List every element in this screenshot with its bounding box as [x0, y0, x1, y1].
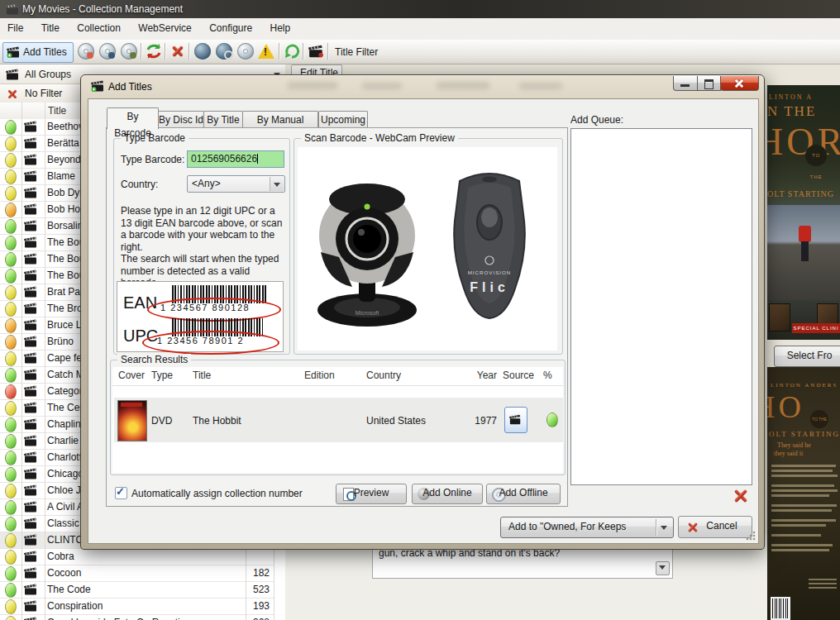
screen: Edit Title clinicians could break a hors…	[0, 0, 840, 620]
title-tools-button[interactable]	[307, 42, 327, 61]
col-year[interactable]: Year	[460, 370, 497, 381]
col-country[interactable]: Country	[366, 370, 401, 381]
warning-icon	[258, 44, 274, 59]
col-cover[interactable]: Cover	[118, 370, 145, 381]
barcode-input[interactable]: 012569056626	[187, 150, 284, 168]
country-combobox[interactable]: <Any>	[187, 175, 285, 193]
menu-webservice[interactable]: WebService	[131, 18, 198, 39]
glass-blur-blob	[519, 83, 562, 89]
cover-text: OLT STARTING	[769, 430, 840, 438]
clapperboard-icon	[24, 269, 38, 281]
list-item[interactable]: Cobra	[0, 549, 274, 565]
status-oval-icon	[5, 285, 17, 300]
tab-by-disc-id[interactable]: By Disc Id	[158, 111, 204, 129]
cover-bodytext	[771, 470, 833, 472]
import-disc-button[interactable]	[98, 42, 117, 61]
chevron-down-icon	[274, 183, 280, 187]
cover-badge: TO THE	[810, 410, 828, 428]
cover-bodytext	[771, 504, 837, 507]
cover-copyright	[809, 579, 837, 580]
grid-line	[45, 103, 45, 620]
remove-from-queue-button[interactable]	[733, 489, 748, 503]
delete-button[interactable]	[169, 42, 189, 61]
add-offline-button[interactable]: Add Offline	[486, 484, 561, 504]
web-search-button[interactable]	[214, 42, 234, 61]
list-item[interactable]: Cocoon 182	[0, 565, 274, 582]
cover-title-bar	[121, 403, 142, 407]
list-item[interactable]: The Code 523	[0, 582, 274, 599]
minimize-icon	[680, 84, 690, 87]
scroll-down-button[interactable]	[656, 561, 670, 575]
cover-barcode	[771, 597, 790, 620]
chevron-down-icon	[661, 526, 667, 530]
minimize-button[interactable]	[673, 76, 698, 91]
list-item[interactable]: Conul Leonida Fata Cu Reactiunea 368	[0, 615, 274, 620]
menu-help[interactable]: Help	[263, 18, 298, 39]
webcam-preview-area: Microsoft MICROVISION Flic	[298, 147, 557, 351]
disc-folder-button[interactable]	[119, 42, 139, 61]
clapperboard-icon	[24, 385, 38, 397]
tab-by-title[interactable]: By Title	[203, 111, 243, 129]
toolbar: Add Titles Title Filter	[0, 40, 840, 64]
menu-title[interactable]: Title	[34, 18, 67, 39]
status-oval-icon	[5, 252, 17, 267]
list-item[interactable]: Conspiration 193	[0, 599, 274, 615]
resize-grip[interactable]	[746, 531, 756, 541]
tab-by-barcode[interactable]: By Barcode	[107, 107, 159, 129]
list-item-title: Cobra	[47, 549, 242, 565]
add-online-button[interactable]: Add Online	[412, 484, 483, 504]
clapperboard-icon	[24, 468, 38, 479]
cover-copyright	[809, 583, 837, 584]
sync-button[interactable]	[145, 42, 165, 61]
instruction-text-1: Please type in an 12 digit UPC or a 13 d…	[121, 205, 284, 253]
scanner-brand-text: MICROVISION	[468, 269, 512, 275]
close-button[interactable]	[720, 76, 759, 91]
combo-dropdown-button[interactable]	[270, 177, 284, 191]
col-title[interactable]: Title	[193, 370, 211, 381]
col-percent[interactable]: %	[543, 370, 552, 381]
status-oval-icon	[5, 186, 17, 201]
status-oval-icon	[5, 583, 17, 598]
preview-button[interactable]: Preview	[336, 484, 407, 504]
col-source[interactable]: Source	[503, 370, 534, 381]
cover-bodytext	[771, 524, 826, 527]
refresh-button[interactable]	[283, 42, 303, 61]
country-label: Country:	[121, 179, 158, 190]
list-item-number: 523	[243, 582, 270, 598]
auto-assign-checkbox[interactable]: ✓	[115, 487, 127, 499]
maximize-button[interactable]	[697, 76, 721, 91]
warnings-button[interactable]	[257, 42, 277, 61]
list-item-title: Conul Leonida Fata Cu Reactiunea	[47, 615, 242, 620]
clapperboard-icon	[24, 402, 38, 413]
select-from-button[interactable]: Select Fro	[774, 346, 840, 367]
col-type[interactable]: Type	[151, 370, 173, 381]
results-table: Cover Type Title Edition Country Year So…	[112, 367, 563, 473]
status-oval-icon	[5, 451, 17, 465]
auto-assign-label: Automatically assign collection number	[131, 488, 303, 499]
status-oval-icon	[5, 517, 17, 532]
result-row[interactable]: DVD The Hobbit United States 1977	[114, 398, 563, 442]
disc-stack-button[interactable]	[236, 42, 255, 61]
status-oval-icon	[5, 384, 17, 399]
add-to-collection-dropdown[interactable]: Add to "Owned, For Keeps	[500, 517, 674, 538]
cancel-button[interactable]: Cancel	[678, 516, 752, 538]
menu-file[interactable]: File	[0, 18, 31, 39]
clapperboard-icon	[24, 236, 38, 248]
chevron-down-icon	[659, 565, 666, 570]
cancel-label: Cancel	[706, 520, 737, 532]
result-country: United States	[366, 415, 426, 427]
clapperboard-icon	[24, 534, 38, 546]
menu-configure[interactable]: Configure	[202, 18, 260, 39]
clapperboard-icon	[24, 584, 38, 595]
web-lookup-button[interactable]	[193, 42, 212, 61]
add-queue-listbox[interactable]	[570, 128, 752, 485]
col-edition[interactable]: Edition	[304, 370, 335, 381]
tab-by-manual-typing[interactable]: By Manual Typing	[242, 111, 318, 129]
search-results-legend: Search Results	[117, 354, 191, 365]
add-titles-toolbar-button[interactable]: Add Titles	[2, 42, 74, 63]
menu-collection[interactable]: Collection	[69, 18, 128, 39]
toolbar-separator	[303, 43, 303, 60]
export-disc-button[interactable]	[76, 42, 96, 61]
list-item-title: Conspiration	[47, 599, 242, 614]
tab-upcoming[interactable]: Upcoming	[318, 111, 368, 129]
